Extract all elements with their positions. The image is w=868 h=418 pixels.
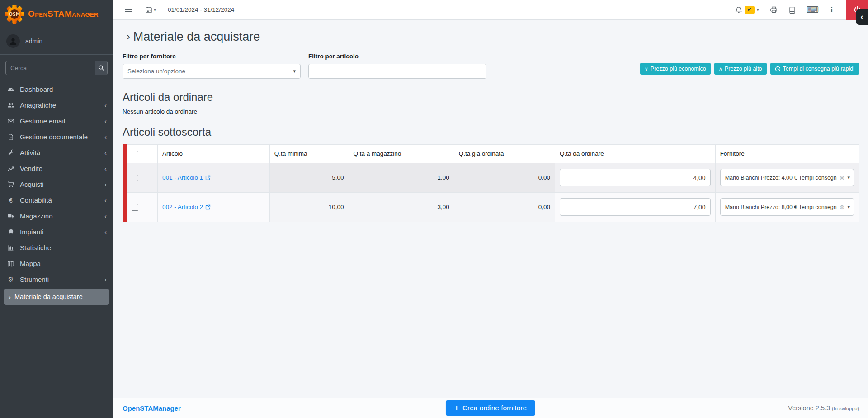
puzzle-icon xyxy=(6,228,16,235)
chevron-left-icon: ‹ xyxy=(104,149,107,157)
chevron-left-icon: ‹ xyxy=(104,180,107,188)
app-root: OSM OpenSTAManager admin Dashboard xyxy=(0,0,868,418)
sidebar-item-acquisti[interactable]: Acquisti ‹ xyxy=(0,176,113,192)
info-icon[interactable]: i xyxy=(830,5,834,14)
clear-icon[interactable]: ⊗ xyxy=(840,204,845,211)
date-range[interactable]: 01/01/2024 - 31/12/2024 xyxy=(168,6,234,13)
understock-table: Articolo Q.tà minima Q.tà a magazzino Q.… xyxy=(123,144,859,222)
row-checkbox[interactable] xyxy=(132,204,138,211)
search-input[interactable] xyxy=(6,61,95,75)
tasks-badge[interactable]: ✔ xyxy=(745,6,755,14)
sidebar-item-dashboard[interactable]: Dashboard xyxy=(0,81,113,97)
envelope-icon xyxy=(6,118,16,125)
brand[interactable]: OSM OpenSTAManager xyxy=(0,0,113,28)
hamburger-menu-icon[interactable] xyxy=(124,3,133,17)
cheapest-price-button[interactable]: ∨ Prezzo più economico xyxy=(640,63,711,75)
footer-brand-link[interactable]: OpenSTAManager xyxy=(123,404,181,412)
article-link[interactable]: 002 - Articolo 2 xyxy=(162,204,211,210)
col-header-fornitore: Fornitore xyxy=(715,145,859,163)
create-supplier-order-button[interactable]: + Crea ordine fornitore xyxy=(446,400,535,416)
supplier-select[interactable]: Mario Bianchi Prezzo: 4,00 € Tempi conse… xyxy=(720,169,854,186)
search-icon xyxy=(98,65,104,71)
sidebar-item-vendite[interactable]: Vendite ‹ xyxy=(0,161,113,176)
qty-order-input[interactable] xyxy=(560,198,711,216)
qty-order-input[interactable] xyxy=(560,169,711,186)
sidebar: OSM OpenSTAManager admin Dashboard xyxy=(0,0,113,418)
qta-minima-value: 10,00 xyxy=(269,192,349,222)
external-link-icon xyxy=(205,175,211,180)
bar-chart-icon xyxy=(6,244,16,251)
user-name: admin xyxy=(25,38,42,45)
highest-price-button[interactable]: ∧ Prezzo più alto xyxy=(714,63,767,75)
page-title: › Materiale da acquistare xyxy=(127,30,859,44)
supplier-select[interactable]: Mario Bianchi Prezzo: 8,00 € Tempi conse… xyxy=(720,198,854,216)
brand-name: OpenSTAManager xyxy=(28,9,99,19)
chevron-down-icon: ∨ xyxy=(645,66,648,71)
sidebar-item-contabilita[interactable]: € Contabilità ‹ xyxy=(0,192,113,208)
sort-buttons: ∨ Prezzo più economico ∧ Prezzo più alto… xyxy=(640,63,859,75)
user-panel[interactable]: admin xyxy=(0,28,113,55)
article-filter-input[interactable] xyxy=(308,64,486,79)
chevron-left-icon: ‹ xyxy=(104,133,107,141)
supplier-filter-select[interactable]: Seleziona un'opzione ▾ xyxy=(123,64,301,79)
supplier-filter-label: Filtro per fornitore xyxy=(123,53,301,60)
chevron-left-icon: ‹ xyxy=(861,12,863,22)
caret-down-icon: ▾ xyxy=(757,7,759,12)
document-icon xyxy=(6,133,16,141)
caret-down-icon: ▾ xyxy=(293,68,296,74)
version-text: Versione 2.5.3 (In sviluppo) xyxy=(788,404,859,412)
sidebar-item-mappa[interactable]: Mappa xyxy=(0,256,113,271)
map-icon xyxy=(6,260,16,267)
chevron-left-icon: ‹ xyxy=(104,165,107,172)
chevron-left-icon: ‹ xyxy=(104,101,107,109)
fastest-delivery-button[interactable]: Tempi di consegna più rapidi xyxy=(770,63,859,75)
table-row: 002 - Articolo 2 10,00 3,00 0,00 Mario B… xyxy=(127,192,859,222)
euro-icon: € xyxy=(6,196,16,204)
col-header-qta-da-ordinare: Q.tà da ordinare xyxy=(555,145,716,163)
sidebar-active-label: Materiale da acquistare xyxy=(14,293,83,300)
chevron-right-icon: › xyxy=(9,293,11,301)
qta-minima-value: 5,00 xyxy=(269,163,349,192)
sidebar-nav: Dashboard Anagrafiche ‹ Gestione email ‹… xyxy=(0,80,113,306)
print-icon[interactable] xyxy=(770,6,778,14)
plus-icon: + xyxy=(454,404,459,413)
sidebar-item-strumenti[interactable]: ⚙ Strumenti ‹ xyxy=(0,271,113,287)
qta-gia-ordinata-value: 0,00 xyxy=(454,192,555,222)
topbar: ▾ 01/01/2024 - 31/12/2024 ✔ ▾ ⌨ i xyxy=(113,0,868,20)
chevron-left-icon: ‹ xyxy=(104,276,107,283)
calendar-icon[interactable]: ▾ xyxy=(145,6,156,14)
qta-magazzino-value: 3,00 xyxy=(349,192,454,222)
wrench-icon xyxy=(6,149,16,156)
chevron-left-icon: ‹ xyxy=(104,196,107,204)
user-avatar-icon xyxy=(6,34,20,48)
section-title-articoli-da-ordinare: Articoli da ordinare xyxy=(123,91,859,104)
article-filter-label: Filtro per articolo xyxy=(308,53,486,60)
notifications-bell-icon[interactable]: ✔ ▾ xyxy=(735,6,759,14)
sidebar-item-materiale-da-acquistare[interactable]: › Materiale da acquistare xyxy=(4,289,109,305)
sidebar-item-attivita[interactable]: Attività ‹ xyxy=(0,145,113,161)
chevron-left-icon: ‹ xyxy=(104,228,107,236)
keyboard-shortcuts-icon[interactable]: ⌨ xyxy=(807,5,819,15)
article-link[interactable]: 001 - Articolo 1 xyxy=(162,174,211,181)
clear-icon[interactable]: ⊗ xyxy=(840,174,845,181)
row-checkbox[interactable] xyxy=(132,175,138,181)
chevron-up-icon: ∧ xyxy=(719,66,722,71)
qta-gia-ordinata-value: 0,00 xyxy=(454,163,555,192)
table-row: 001 - Articolo 1 5,00 1,00 0,00 Mario Bi… xyxy=(127,163,859,192)
sidebar-item-gestione-email[interactable]: Gestione email ‹ xyxy=(0,113,113,129)
sidebar-item-gestione-documentale[interactable]: Gestione documentale ‹ xyxy=(0,129,113,145)
page-content: › Materiale da acquistare Filtro per for… xyxy=(113,20,868,398)
sidebar-item-magazzino[interactable]: Magazzino ‹ xyxy=(0,208,113,224)
manual-book-icon[interactable] xyxy=(788,6,796,14)
collapse-panel-button[interactable]: ‹ xyxy=(856,9,868,25)
select-all-checkbox[interactable] xyxy=(132,151,138,157)
check-icon: ✔ xyxy=(747,6,752,13)
sidebar-item-statistiche[interactable]: Statistiche xyxy=(0,240,113,256)
sidebar-item-anagrafiche[interactable]: Anagrafiche ‹ xyxy=(0,97,113,113)
sidebar-item-impianti[interactable]: Impianti ‹ xyxy=(0,224,113,240)
truck-icon xyxy=(6,213,16,220)
col-header-qta-magazzino: Q.tà a magazzino xyxy=(349,145,454,163)
search-button[interactable] xyxy=(95,61,107,75)
section-title-articoli-sottoscorta: Articoli sottoscorta xyxy=(123,126,859,138)
caret-down-icon: ▾ xyxy=(154,7,156,12)
